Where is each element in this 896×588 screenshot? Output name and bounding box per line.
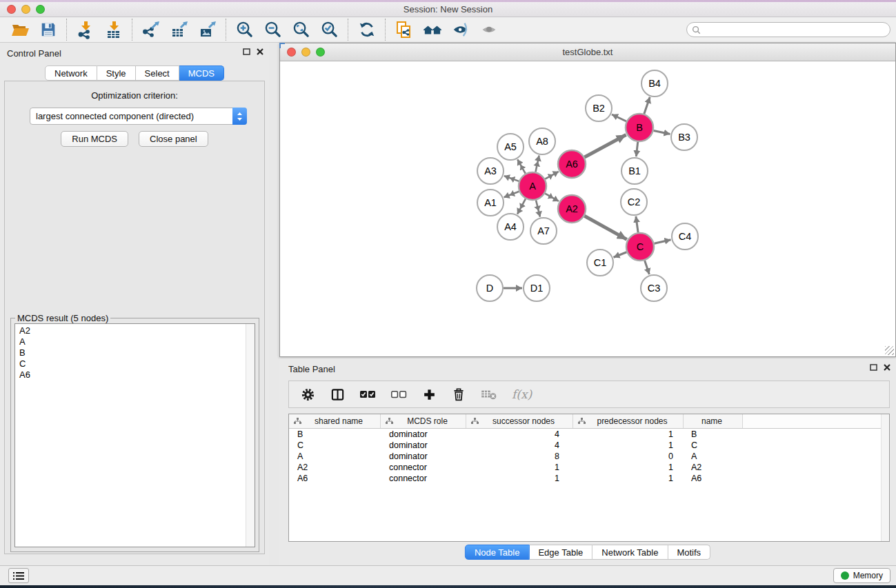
tab-style[interactable]: Style: [97, 65, 136, 81]
table-cell: 4: [466, 440, 573, 450]
network-window-titlebar[interactable]: testGlobe.txt: [280, 43, 895, 61]
graph-edge-B-B2[interactable]: [612, 114, 626, 121]
graphics-details-button[interactable]: [475, 19, 503, 41]
task-history-button[interactable]: [8, 568, 29, 583]
tab-node-table[interactable]: Node Table: [465, 545, 530, 560]
graph-node-label-C4: C4: [679, 231, 692, 242]
table-row[interactable]: Bdominator41B: [289, 429, 889, 440]
frame-selection-corner: [279, 43, 285, 48]
import-network-button[interactable]: [71, 19, 99, 41]
network-canvas-svg: AA1A2A3A4A5A6A7A8BB1B2B3B4CC1C2C3C4DD1: [280, 62, 895, 356]
export-table-button[interactable]: [165, 19, 193, 41]
export-image-icon: [198, 20, 217, 39]
float-table-panel-icon[interactable]: [870, 364, 877, 371]
graph-edge-C-C4[interactable]: [654, 240, 670, 244]
zoom-out-button[interactable]: [259, 19, 287, 41]
column-header-shared-name[interactable]: shared name: [289, 414, 381, 428]
show-all-button[interactable]: [418, 19, 446, 41]
table-row[interactable]: A2connector11A2: [289, 462, 889, 473]
frame-resize-grip[interactable]: [885, 346, 894, 355]
table-cell: A2: [684, 463, 743, 472]
mcds-result-item[interactable]: A6: [19, 369, 255, 381]
show-columns-button[interactable]: [330, 386, 345, 403]
tab-edge-table[interactable]: Edge Table: [529, 545, 593, 560]
tab-network-table[interactable]: Network Table: [593, 545, 668, 560]
delete-table-button[interactable]: [481, 386, 497, 403]
hide-selected-button[interactable]: [446, 19, 475, 41]
export-network-button[interactable]: [137, 19, 165, 41]
table-row[interactable]: Cdominator41C: [289, 440, 889, 451]
tab-motifs[interactable]: Motifs: [668, 545, 710, 560]
table-cell: dominator: [381, 440, 466, 450]
mcds-result-item[interactable]: C: [19, 358, 255, 369]
graph-edge-A-A6[interactable]: [545, 172, 559, 179]
import-table-button[interactable]: [99, 19, 128, 41]
open-session-button[interactable]: [6, 19, 34, 41]
mcds-tab-content: Optimization criterion: largest connecte…: [4, 81, 265, 554]
float-panel-icon[interactable]: [243, 48, 250, 55]
criterion-dropdown[interactable]: largest connected component (directed): [30, 108, 247, 125]
export-table-icon: [170, 20, 189, 39]
graph-edge-A6-B[interactable]: [584, 134, 626, 157]
graph-edge-B-B4[interactable]: [644, 97, 650, 114]
save-session-button[interactable]: [34, 19, 62, 41]
deselect-all-button[interactable]: [390, 386, 407, 403]
window-titlebar: Session: New Session: [0, 2, 896, 17]
network-canvas[interactable]: AA1A2A3A4A5A6A7A8BB1B2B3B4CC1C2C3C4DD1: [280, 62, 895, 356]
column-header-name[interactable]: name: [684, 414, 743, 428]
control-panel-tabs: Network Style Select MCDS: [45, 65, 224, 81]
graph-edge-A-A7[interactable]: [536, 200, 540, 216]
mcds-result-item[interactable]: A2: [19, 325, 255, 336]
table-row[interactable]: Adominator80A: [289, 451, 889, 462]
gear-icon: [301, 387, 315, 402]
function-builder-button[interactable]: f(x): [512, 386, 532, 403]
trash-icon: [452, 387, 466, 402]
clone-network-button[interactable]: [390, 19, 418, 41]
graph-edge-C-C2[interactable]: [636, 216, 638, 232]
tab-mcds[interactable]: MCDS: [179, 65, 224, 81]
memory-button[interactable]: Memory: [833, 568, 890, 583]
fx-icon: f(x): [512, 387, 532, 401]
column-header-predecessor-nodes[interactable]: predecessor nodes: [573, 414, 684, 428]
export-image-button[interactable]: [193, 19, 221, 41]
run-mcds-button[interactable]: Run MCDS: [61, 131, 128, 147]
columns-icon: [330, 387, 345, 402]
search-input[interactable]: [704, 25, 885, 35]
zoom-fit-button[interactable]: [287, 19, 315, 41]
graph-edge-A-A1[interactable]: [504, 192, 519, 198]
graph-edge-A-A3[interactable]: [504, 176, 519, 181]
table-settings-button[interactable]: [300, 386, 315, 403]
graph-edge-A-A5[interactable]: [517, 159, 525, 173]
tree-icon: [471, 418, 479, 425]
mcds-result-item[interactable]: B: [19, 347, 255, 358]
table-cell: A: [289, 452, 381, 461]
column-header-mcds-role[interactable]: MCDS role: [381, 414, 466, 428]
zoom-selected-button[interactable]: [315, 19, 344, 41]
criterion-value: largest connected component (directed): [30, 111, 233, 121]
column-header-successor-nodes[interactable]: successor nodes: [466, 414, 573, 428]
zoom-in-button[interactable]: [230, 19, 259, 41]
close-table-panel-icon[interactable]: [884, 364, 890, 371]
graph-edge-B-B1[interactable]: [636, 142, 637, 156]
close-panel-icon[interactable]: [257, 48, 263, 55]
graph-edge-A-A4[interactable]: [517, 199, 526, 214]
graph-edge-A2-C[interactable]: [584, 216, 626, 239]
tab-select[interactable]: Select: [136, 65, 179, 81]
tab-network[interactable]: Network: [45, 65, 97, 81]
graph-edge-C-C3[interactable]: [645, 261, 650, 274]
table-scrollbar[interactable]: [881, 414, 889, 541]
graph-edge-A-A8[interactable]: [535, 156, 539, 172]
graph-node-label-C2: C2: [628, 196, 641, 207]
apply-layout-button[interactable]: [352, 19, 381, 41]
table-row[interactable]: A6connector11A6: [289, 473, 889, 484]
mcds-result-item[interactable]: A: [19, 336, 255, 347]
graph-edge-C-C1[interactable]: [614, 252, 627, 258]
delete-column-button[interactable]: [451, 386, 466, 403]
select-all-button[interactable]: [359, 386, 376, 403]
mcds-list-scrollbar[interactable]: [246, 324, 255, 547]
add-column-button[interactable]: [421, 386, 437, 403]
table-toolbar: f(x): [288, 381, 890, 408]
close-panel-button[interactable]: Close panel: [139, 131, 208, 147]
graph-edge-A-A2[interactable]: [545, 194, 559, 201]
graph-edge-B-B3[interactable]: [654, 130, 670, 134]
